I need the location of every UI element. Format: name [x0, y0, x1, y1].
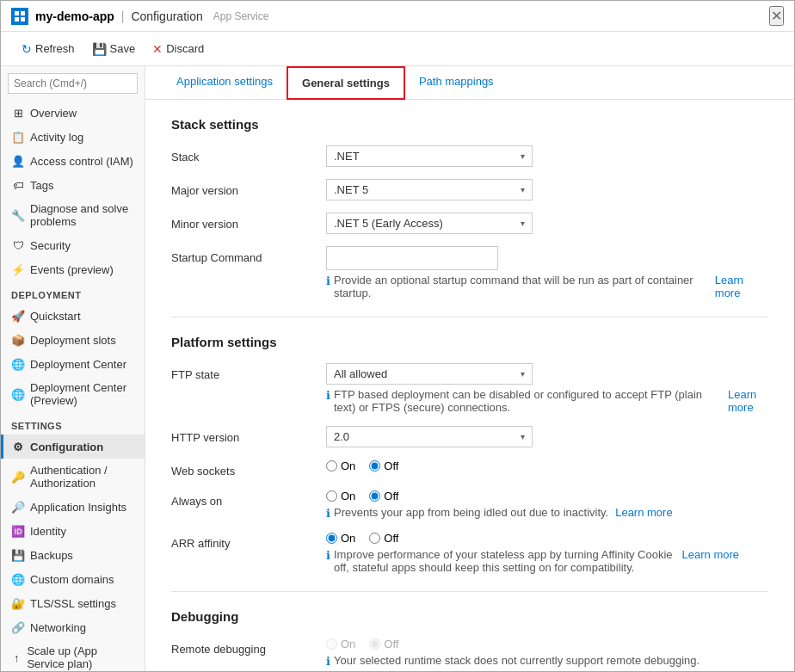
- app-name: my-demo-app: [35, 9, 114, 23]
- arr-affinity-off-option[interactable]: Off: [369, 532, 398, 545]
- stack-select[interactable]: .NET ▾: [326, 145, 533, 167]
- ftp-state-value: All allowed: [334, 367, 387, 380]
- web-sockets-off-radio[interactable]: [369, 460, 380, 472]
- always-on-off-option[interactable]: Off: [369, 490, 398, 502]
- always-on-on-option[interactable]: On: [326, 490, 355, 502]
- tab-path-mappings-label: Path mappings: [419, 75, 494, 88]
- close-button[interactable]: ✕: [769, 6, 784, 26]
- arr-affinity-info-text: Improve performance of your stateless ap…: [334, 548, 675, 574]
- arr-affinity-learn-more-link[interactable]: Learn more: [682, 548, 739, 561]
- arr-affinity-on-radio[interactable]: [326, 533, 337, 544]
- remote-debugging-control: On Off ℹ Your selected runtime stack doe…: [326, 638, 768, 668]
- application-insights-icon: 🔎: [11, 500, 25, 514]
- http-version-chevron: ▾: [521, 432, 525, 441]
- sidebar-label-deployment-center: Deployment Center: [30, 358, 126, 371]
- quickstart-icon: 🚀: [11, 309, 25, 323]
- remote-debugging-info: ℹ Your selected runtime stack does not c…: [326, 654, 768, 668]
- stack-row: Stack .NET ▾: [171, 145, 768, 167]
- minor-version-label: Minor version: [171, 213, 326, 231]
- refresh-icon: ↻: [22, 42, 32, 56]
- startup-command-control: ℹ Provide an optional startup command th…: [326, 246, 768, 299]
- ftp-state-select[interactable]: All allowed ▾: [326, 363, 533, 385]
- ftp-info-text: FTP based deployment can be disabled or …: [334, 388, 721, 414]
- refresh-button[interactable]: ↻ Refresh: [15, 39, 82, 59]
- always-on-radio-group: On Off: [326, 490, 768, 502]
- remote-debugging-on-option[interactable]: On: [326, 638, 355, 650]
- remote-debugging-off-option[interactable]: Off: [369, 638, 398, 650]
- sidebar-item-application-insights[interactable]: 🔎 Application Insights: [1, 495, 145, 519]
- activity-log-icon: 📋: [11, 130, 25, 144]
- arr-affinity-on-option[interactable]: On: [326, 532, 355, 545]
- search-input[interactable]: [8, 73, 138, 94]
- sidebar-item-events[interactable]: ⚡ Events (preview): [1, 257, 145, 281]
- sidebar-item-tags[interactable]: 🏷 Tags: [1, 173, 145, 197]
- sidebar-item-authentication[interactable]: 🔑 Authentication / Authorization: [1, 459, 145, 495]
- startup-learn-more-link[interactable]: Learn more: [715, 274, 768, 299]
- remote-debugging-off-radio[interactable]: [369, 638, 380, 650]
- web-sockets-on-option[interactable]: On: [326, 459, 355, 472]
- web-sockets-on-radio[interactable]: [326, 460, 337, 472]
- major-version-value: .NET 5: [334, 183, 368, 196]
- always-on-off-radio[interactable]: [369, 490, 380, 502]
- discard-label: Discard: [166, 42, 204, 55]
- sidebar-item-networking[interactable]: 🔗 Networking: [1, 615, 145, 639]
- major-version-label: Major version: [171, 179, 326, 197]
- minor-version-select[interactable]: .NET 5 (Early Access) ▾: [326, 213, 533, 234]
- title-bar: my-demo-app | Configuration App Service …: [1, 1, 794, 32]
- web-sockets-control: On Off: [326, 459, 768, 472]
- section-divider-2: [171, 591, 768, 592]
- startup-command-input[interactable]: [326, 246, 498, 270]
- sidebar-item-diagnose[interactable]: 🔧 Diagnose and solve problems: [1, 197, 145, 233]
- sidebar-item-deployment-slots[interactable]: 📦 Deployment slots: [1, 328, 145, 352]
- sidebar-item-quickstart[interactable]: 🚀 Quickstart: [1, 304, 145, 328]
- arr-affinity-off-radio[interactable]: [369, 533, 380, 544]
- sidebar-item-backups[interactable]: 💾 Backups: [1, 543, 145, 567]
- ftp-state-control: All allowed ▾ ℹ FTP based deployment can…: [326, 363, 768, 414]
- remote-debugging-on-radio[interactable]: [326, 638, 337, 650]
- sidebar-label-networking: Networking: [30, 621, 86, 634]
- ftp-learn-more-link[interactable]: Learn more: [728, 388, 768, 414]
- tab-application-settings[interactable]: Application settings: [163, 66, 287, 99]
- sidebar-label-custom-domains: Custom domains: [30, 573, 114, 586]
- sidebar-item-custom-domains[interactable]: 🌐 Custom domains: [1, 567, 145, 591]
- web-sockets-off-option[interactable]: Off: [369, 459, 398, 472]
- sidebar-item-tls-ssl[interactable]: 🔐 TLS/SSL settings: [1, 591, 145, 615]
- sidebar-item-scale-up[interactable]: ↑ Scale up (App Service plan): [1, 639, 145, 671]
- app-window: my-demo-app | Configuration App Service …: [0, 0, 795, 672]
- always-on-on-radio[interactable]: [326, 490, 337, 502]
- always-on-row: Always on On Off: [171, 490, 768, 520]
- remote-debugging-radio-group: On Off: [326, 638, 768, 650]
- deployment-section: Deployment: [1, 281, 145, 304]
- save-button[interactable]: 💾 Save: [85, 39, 143, 59]
- stack-value: .NET: [334, 150, 360, 163]
- tab-path-mappings[interactable]: Path mappings: [405, 66, 508, 99]
- arr-affinity-info: ℹ Improve performance of your stateless …: [326, 548, 739, 574]
- sidebar-label-scale-up: Scale up (App Service plan): [27, 644, 134, 670]
- major-version-select[interactable]: .NET 5 ▾: [326, 179, 533, 200]
- sidebar-item-activity-log[interactable]: 📋 Activity log: [1, 125, 145, 149]
- overview-icon: ⊞: [11, 106, 25, 120]
- sidebar-item-deployment-center[interactable]: 🌐 Deployment Center: [1, 352, 145, 376]
- http-version-select[interactable]: 2.0 ▾: [326, 426, 533, 447]
- configuration-icon: ⚙: [11, 440, 25, 453]
- authentication-icon: 🔑: [11, 470, 25, 484]
- ftp-state-chevron: ▾: [521, 369, 525, 379]
- sidebar-item-deployment-center-preview[interactable]: 🌐 Deployment Center (Preview): [1, 376, 145, 412]
- sidebar-item-configuration[interactable]: ⚙ Configuration: [1, 435, 145, 459]
- always-on-learn-more-link[interactable]: Learn more: [615, 506, 672, 519]
- sidebar-item-access-control[interactable]: 👤 Access control (IAM): [1, 149, 145, 173]
- always-on-control: On Off ℹ Prevents your app from being id…: [326, 490, 768, 520]
- content-body: Stack settings Stack .NET ▾ Major versio…: [145, 100, 794, 671]
- http-version-row: HTTP version 2.0 ▾: [171, 426, 768, 447]
- discard-button[interactable]: ✕ Discard: [145, 39, 211, 59]
- arr-affinity-label: ARR affinity: [171, 532, 326, 550]
- sidebar: ⊞ Overview 📋 Activity log 👤 Access contr…: [1, 66, 145, 671]
- sidebar-label-quickstart: Quickstart: [30, 310, 81, 323]
- always-on-on-label: On: [341, 490, 355, 502]
- sidebar-item-identity[interactable]: 🆔 Identity: [1, 519, 145, 543]
- tab-general-settings[interactable]: General settings: [287, 66, 405, 100]
- sidebar-item-overview[interactable]: ⊞ Overview: [1, 101, 145, 125]
- sidebar-label-diagnose: Diagnose and solve problems: [30, 202, 134, 228]
- sidebar-item-security[interactable]: 🛡 Security: [1, 233, 145, 257]
- platform-settings-title: Platform settings: [171, 335, 768, 349]
